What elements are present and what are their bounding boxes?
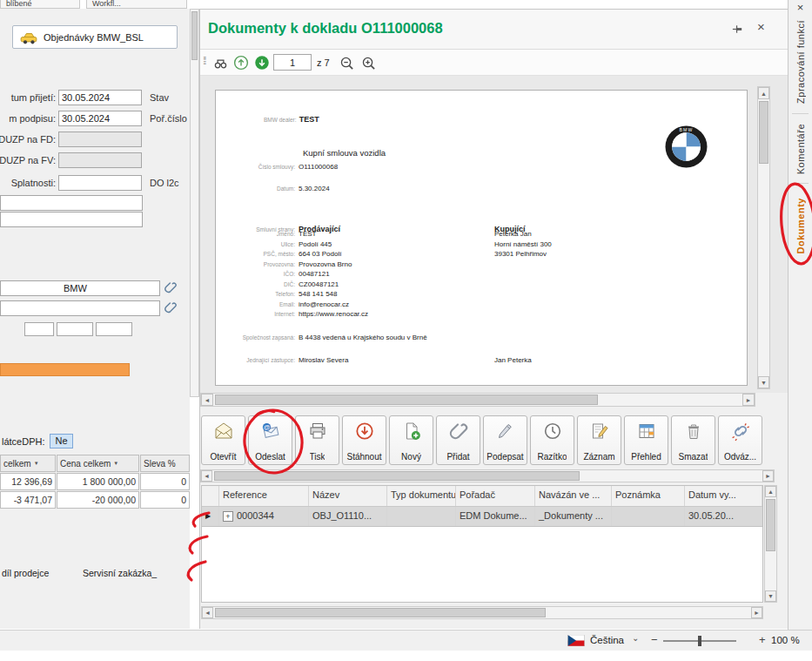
button-label: Záznam xyxy=(583,452,614,462)
extra-input-2[interactable] xyxy=(0,212,143,227)
small-input-2[interactable] xyxy=(57,322,93,336)
overview-button[interactable]: Přehled xyxy=(624,415,668,465)
close-panel-button[interactable]: × xyxy=(757,19,765,34)
previous-page-button[interactable] xyxy=(232,54,250,71)
col-celkem[interactable]: celkem▼ xyxy=(0,455,56,472)
print-button[interactable]: Tisk xyxy=(295,415,339,465)
order-form-panel: Objednávky BMW_BSL tum přijetí: Stav m p… xyxy=(0,9,190,629)
scrollbar-thumb[interactable] xyxy=(766,499,775,551)
small-input-1[interactable] xyxy=(24,322,54,336)
contract-row: PSČ, město:664 03 Podolí39301 Pelhřimov xyxy=(216,250,748,260)
col-sleva[interactable]: Sleva % xyxy=(140,455,190,472)
small-input-3[interactable] xyxy=(96,322,132,336)
scroll-left-icon[interactable]: ◄ xyxy=(205,610,211,616)
tab-servisni-zakazka[interactable]: Servisní zakázka_ xyxy=(83,568,157,578)
column-datum[interactable]: Datum vy... xyxy=(685,486,762,506)
tab-workflow[interactable]: Workfl... xyxy=(86,0,187,9)
scroll-down-icon[interactable]: ▼ xyxy=(761,380,767,386)
viewer-vertical-scrollbar[interactable]: ▲ ▼ xyxy=(757,86,770,389)
next-page-button[interactable] xyxy=(253,54,271,71)
column-poradac[interactable]: Pořadač xyxy=(456,486,535,506)
page-number-input[interactable] xyxy=(273,54,312,71)
duzp-fd-input[interactable] xyxy=(58,132,142,147)
sign-button[interactable]: Podepsat xyxy=(483,415,527,465)
contract-buyer-value: Horní náměstí 300 xyxy=(494,240,552,248)
language-selector[interactable]: Čeština xyxy=(590,635,624,645)
delete-button[interactable]: Smazat xyxy=(671,415,715,465)
download-icon xyxy=(354,421,375,442)
zoom-in-control[interactable]: + xyxy=(759,633,766,646)
datum-podpisu-input[interactable] xyxy=(58,111,142,126)
attach-button-2[interactable] xyxy=(164,300,179,316)
chevron-down-icon[interactable]: ⌄ xyxy=(632,633,639,643)
tab-dokumenty[interactable]: Dokumenty xyxy=(789,188,812,263)
scrollbar-thumb[interactable] xyxy=(215,395,598,405)
actions-horizontal-scrollbar[interactable]: ◄ ► xyxy=(200,469,775,482)
left-panel-scrollbar[interactable] xyxy=(190,9,199,397)
splatnost-input[interactable] xyxy=(58,175,142,191)
field-label: DUZP na FD: xyxy=(0,134,56,145)
table-horizontal-scrollbar[interactable]: ◄ ► xyxy=(201,606,763,619)
scroll-right-icon[interactable]: ► xyxy=(765,473,771,479)
new-document-icon xyxy=(401,421,422,442)
contract-seller-value: Podolí 445 xyxy=(299,240,332,248)
column-poznamka[interactable]: Poznámka xyxy=(612,486,685,506)
add-button[interactable]: Přidat xyxy=(436,415,480,465)
scroll-left-icon[interactable]: ◄ xyxy=(205,397,211,403)
table-vertical-scrollbar[interactable]: ▲ ▼ xyxy=(764,485,777,603)
contract-seller-value: info@renocar.cz xyxy=(299,300,349,308)
bmw-field-input[interactable] xyxy=(0,280,160,296)
contract-row: Internet:https://www.renocar.cz xyxy=(216,310,748,320)
datum-prijeti-input[interactable] xyxy=(58,90,142,105)
open-envelope-icon xyxy=(213,421,234,442)
download-button[interactable]: Stáhnout xyxy=(342,415,386,465)
orders-bmw-button[interactable]: Objednávky BMW_BSL xyxy=(12,25,178,49)
contract-row: Telefon:548 141 548 xyxy=(216,290,748,300)
column-typ-dokumentu[interactable]: Typ dokumentu xyxy=(387,486,456,506)
czech-flag-icon xyxy=(567,635,585,646)
stamp-button[interactable]: Razítko xyxy=(530,415,574,465)
page-count-label: z 7 xyxy=(317,57,330,68)
pin-button[interactable] xyxy=(731,23,744,37)
tab-podil-prodejce[interactable]: díl prodejce xyxy=(2,568,49,578)
column-nazev[interactable]: Název xyxy=(309,486,387,506)
scroll-up-icon[interactable]: ▲ xyxy=(761,91,767,97)
scrollbar-thumb[interactable] xyxy=(191,11,198,60)
send-button[interactable]: @ Odeslat xyxy=(248,415,292,465)
col-cena-celkem[interactable]: Cena celkem▼ xyxy=(57,455,139,472)
zoom-slider-handle[interactable] xyxy=(698,636,701,646)
tab-label: Zpracování funkcí xyxy=(795,20,806,104)
scrollbar-thumb[interactable] xyxy=(215,608,546,617)
tab-zpracovani-funkci[interactable]: Zpracování funkcí xyxy=(789,16,812,108)
scrollbar-thumb[interactable] xyxy=(214,471,580,481)
record-button[interactable]: Záznam xyxy=(577,415,621,465)
column-navazan[interactable]: Navázán ve ... xyxy=(535,486,612,506)
window-close-button[interactable]: × xyxy=(789,1,812,13)
scroll-down-icon[interactable]: ▼ xyxy=(768,593,774,599)
zoom-in-button[interactable] xyxy=(359,54,377,71)
column-reference[interactable]: Reference xyxy=(219,486,309,506)
scroll-up-icon[interactable]: ▲ xyxy=(768,489,774,495)
duzp-fv-input[interactable] xyxy=(58,152,142,168)
new-button[interactable]: Nový xyxy=(389,415,433,465)
attach-button-1[interactable] xyxy=(164,280,179,296)
scroll-left-icon[interactable]: ◄ xyxy=(204,473,210,479)
tab-favorites[interactable]: blíbené xyxy=(0,0,80,9)
do-label: DO l2c xyxy=(150,178,179,188)
tab-komentare[interactable]: Komentáře xyxy=(789,118,812,179)
scrollbar-thumb[interactable] xyxy=(759,101,768,164)
unlink-button[interactable]: Odváz... xyxy=(718,415,762,465)
open-button[interactable]: Otevřít xyxy=(201,415,245,465)
table-icon xyxy=(636,421,657,442)
pen-icon xyxy=(495,421,516,442)
find-button[interactable] xyxy=(211,54,229,71)
scroll-right-icon[interactable]: ► xyxy=(754,610,760,616)
extra-input-1[interactable] xyxy=(0,195,143,211)
expand-row-icon[interactable]: + xyxy=(223,511,233,522)
zoom-out-control[interactable]: − xyxy=(651,633,658,646)
zoom-out-button[interactable] xyxy=(338,54,355,71)
bmw-field-input-2[interactable] xyxy=(0,300,160,316)
table-row[interactable]: ▶ +0000344 OBJ_O1110... EDM Dokume... _D… xyxy=(202,507,762,527)
scroll-right-icon[interactable]: ► xyxy=(746,397,752,403)
viewer-horizontal-scrollbar[interactable]: ◄ ► xyxy=(200,393,755,407)
